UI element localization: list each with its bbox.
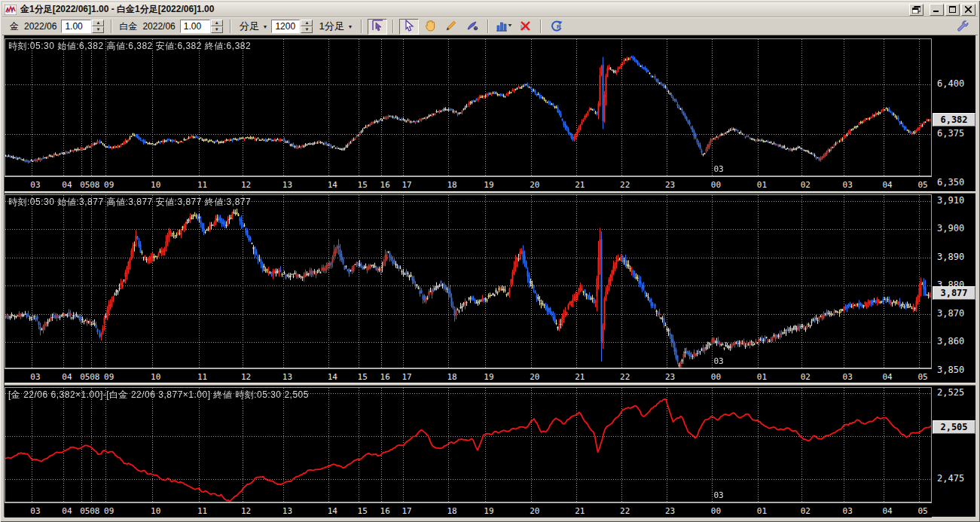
time-axis-label: 08: [90, 372, 99, 382]
time-axis-label: 03: [30, 372, 40, 382]
gold-multiplier-spinner: 1.00 ▲ ▼: [61, 20, 104, 33]
chart-type-button[interactable]: [494, 19, 514, 35]
time-axis-label: 18: [447, 180, 456, 190]
time-axis-label: 01: [757, 506, 767, 516]
price-axis-label: 3,910: [937, 195, 964, 206]
refresh-button[interactable]: R: [547, 19, 566, 35]
platinum-multiplier-down-button[interactable]: ▼: [211, 26, 223, 33]
minimize-button[interactable]: [930, 4, 944, 16]
interval-dropdown[interactable]: 1分足▼: [315, 18, 356, 35]
time-axis-label: 22: [620, 372, 630, 382]
window-title: 金1分足[2022/06]1.00 - 白金1分足[2022/06]1.00: [20, 3, 908, 16]
time-axis-label: 04: [882, 506, 892, 516]
bar-count-down-button[interactable]: ▼: [301, 26, 313, 33]
time-axis-label: 12: [241, 372, 251, 382]
gold-month-select[interactable]: 2022/06: [24, 21, 56, 32]
platinum-date-label: 03: [713, 356, 723, 366]
time-axis-label: 13: [282, 372, 292, 382]
toolbar-separator: [230, 20, 231, 33]
time-axis-label: 16: [380, 506, 390, 516]
time-axis-label: 04: [62, 506, 72, 516]
time-axis-label: 04: [882, 372, 892, 382]
time-axis-label: 12: [241, 506, 251, 516]
settings-button[interactable]: [952, 19, 972, 35]
time-axis-label: 10: [151, 372, 160, 382]
select-tool-button[interactable]: [399, 19, 419, 35]
time-axis-label: 23: [665, 180, 675, 190]
time-axis-label: 18: [447, 372, 456, 382]
gold-multiplier-up-button[interactable]: ▲: [92, 20, 104, 26]
price-axis-label: 3,850: [937, 365, 964, 375]
time-axis-label: 04: [62, 372, 72, 382]
price-axis-label: 3,900: [937, 223, 964, 234]
time-axis-label: 01: [757, 372, 767, 382]
spread-chart-canvas[interactable]: [5, 388, 931, 502]
bar-type-dropdown[interactable]: 分足▼: [236, 18, 272, 35]
gold-chart-canvas[interactable]: [5, 39, 931, 176]
time-axis-label: 09: [104, 506, 114, 516]
gold-multiplier-down-button[interactable]: ▼: [92, 26, 104, 33]
time-axis-label: 05: [80, 372, 90, 382]
time-axis-label: 20: [530, 506, 539, 516]
time-axis-label: 03: [843, 506, 853, 516]
time-axis-label: 17: [401, 372, 411, 382]
maximize-button[interactable]: [945, 4, 960, 16]
time-axis-label: 20: [530, 372, 539, 382]
time-axis-label: 16: [380, 180, 390, 190]
time-axis-label: 20: [530, 180, 539, 190]
pan-tool-button[interactable]: [420, 19, 440, 35]
time-axis-label: 02: [801, 180, 811, 190]
spread-chart-panel: [金 22/06 6,382×1.00]-[白金 22/06 3,877×1.0…: [5, 386, 975, 517]
time-axis-label: 13: [282, 506, 292, 516]
gold-date-label: 03: [713, 164, 723, 174]
price-axis-label: 2,475: [937, 473, 964, 484]
gold-multiplier-input[interactable]: 1.00: [61, 20, 91, 33]
time-axis-label: 02: [801, 506, 811, 516]
gold-time-axis: 0304050809101112131415161718192021222300…: [5, 176, 932, 191]
spread-time-axis: 0304050809101112131415161718192021222300…: [5, 502, 932, 517]
platinum-chart-canvas[interactable]: [5, 195, 931, 368]
draw-line-tool-button[interactable]: [441, 19, 461, 35]
gold-chart-panel: 時刻:05:30 始値:6,382 高値:6,382 安値:6,382 終値:6…: [5, 35, 975, 191]
refresh-icon: R: [550, 20, 563, 34]
time-axis-label: 05: [917, 506, 927, 516]
time-axis-label: 05: [917, 180, 927, 190]
platinum-time-axis: 0304050809101112131415161718192021222300…: [5, 368, 932, 383]
chart-cursor-tool-button[interactable]: [368, 19, 387, 35]
time-axis-label: 04: [62, 180, 72, 190]
time-axis-label: 22: [620, 506, 630, 516]
svg-text:R: R: [557, 23, 561, 29]
time-axis-label: 22: [620, 180, 630, 190]
time-axis-label: 14: [328, 372, 337, 382]
cascade-window-button[interactable]: [909, 4, 924, 16]
delete-chart-button[interactable]: [515, 19, 535, 35]
time-axis-label: 03: [30, 506, 40, 516]
bar-count-spinner: 1200 ▲ ▼: [271, 20, 313, 33]
time-axis-label: 12: [241, 180, 251, 190]
time-axis-label: 21: [575, 372, 585, 382]
time-axis-label: 03: [843, 372, 853, 382]
platinum-month-select[interactable]: 2022/06: [142, 21, 175, 32]
close-button[interactable]: [961, 4, 975, 16]
time-axis-label: 14: [328, 180, 337, 190]
bar-count-input[interactable]: 1200: [271, 20, 300, 33]
titlebar[interactable]: 金1分足[2022/06]1.00 - 白金1分足[2022/06]1.00: [2, 2, 978, 17]
gold-symbol-label: 金: [10, 20, 19, 33]
time-axis-label: 08: [90, 506, 99, 516]
platinum-multiplier-spinner: 1.00 ▲ ▼: [180, 20, 223, 33]
time-axis-label: 09: [104, 180, 114, 190]
time-axis-label: 10: [151, 506, 160, 516]
time-axis-label: 19: [484, 372, 493, 382]
platinum-multiplier-input[interactable]: 1.00: [180, 20, 210, 33]
time-axis-label: 05: [917, 372, 927, 382]
platinum-multiplier-up-button[interactable]: ▲: [211, 20, 223, 26]
chevron-down-icon: ▼: [262, 24, 267, 29]
price-axis-label: 3,870: [937, 308, 964, 319]
annotation-pen-tool-button[interactable]: [463, 19, 482, 35]
toolbar-separator: [487, 20, 489, 33]
bar-count-up-button[interactable]: ▲: [301, 20, 313, 26]
app-window: 金1分足[2022/06]1.00 - 白金1分足[2022/06]1.00 金…: [0, 0, 980, 522]
spread-info: [金 22/06 6,382×1.00]-[白金 22/06 3,877×1.0…: [8, 389, 309, 401]
chart-area: 時刻:05:30 始値:6,382 高値:6,382 安値:6,382 終値:6…: [4, 35, 975, 517]
price-axis-label: 2,450: [937, 516, 964, 517]
